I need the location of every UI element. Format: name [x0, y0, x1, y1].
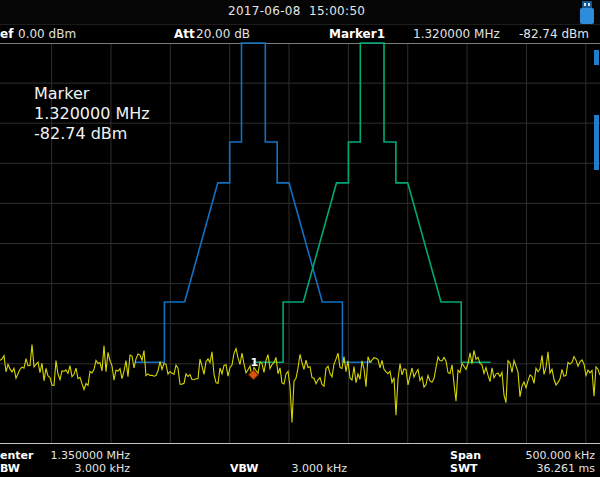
softkey-indicator [594, 50, 599, 65]
datetime-text: 2017-06-08 15:00:50 [228, 4, 365, 18]
marker1-frequency: 1.320000 MHz [413, 27, 500, 41]
spectrum-analyzer-screen: 1 2017-06-08 15:00:50 ef 0.00 dBm Att 20… [0, 0, 600, 477]
marker-info-amplitude: -82.74 dBm [34, 124, 150, 144]
usb-drive-icon [578, 1, 596, 24]
span-label: Span [450, 449, 481, 462]
center-freq-value: 1.350000 MHz [40, 449, 130, 462]
usb-body [580, 8, 594, 24]
attenuation-label: Att [174, 27, 195, 41]
ref-level-value: 0.00 dBm [18, 27, 76, 41]
softkey-indicator [594, 115, 599, 170]
span-value: 500.000 kHz [500, 449, 595, 462]
center-freq-label: enter [0, 449, 33, 462]
marker-info-frequency: 1.320000 MHz [34, 104, 150, 124]
marker1-label: Marker1 [329, 27, 385, 41]
vbw-label: VBW [230, 462, 258, 475]
spectrum-canvas: 1 [0, 0, 600, 477]
swt-label: SWT [450, 462, 478, 475]
rbw-label: BW [0, 462, 20, 475]
ref-level-label: ef [0, 27, 13, 41]
marker-number: 1 [250, 356, 258, 369]
vbw-value: 3.000 kHz [258, 462, 347, 475]
marker1-amplitude: -82.74 dBm [519, 27, 589, 41]
rbw-value: 3.000 kHz [40, 462, 130, 475]
trace-3-noise [0, 345, 600, 423]
titlebar: 2017-06-08 15:00:50 [0, 0, 600, 25]
marker-info-panel: Marker 1.320000 MHz -82.74 dBm [34, 84, 150, 144]
swt-value: 36.261 ms [500, 462, 595, 475]
attenuation-value: 20.00 dB [196, 27, 250, 41]
footer: enter 1.350000 MHz BW 3.000 kHz VBW 3.00… [0, 444, 600, 477]
marker-info-title: Marker [34, 84, 150, 104]
